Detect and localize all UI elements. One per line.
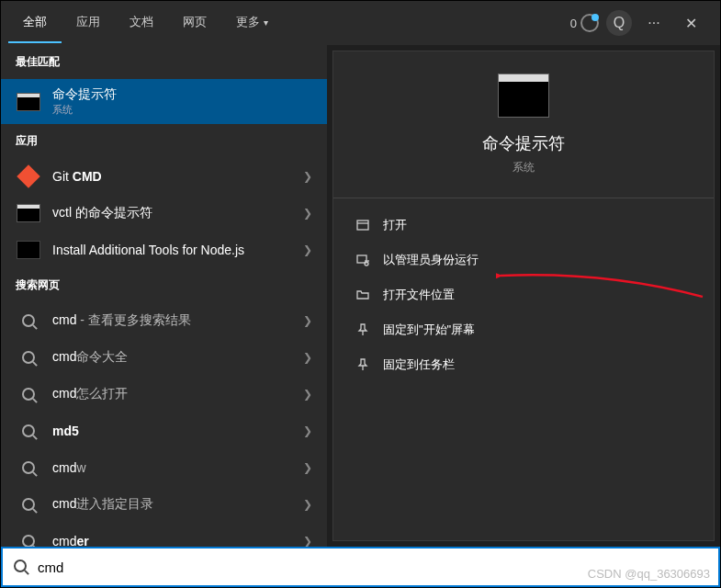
open-icon: [355, 218, 370, 232]
chevron-right-icon: ❯: [303, 314, 312, 327]
tab-web[interactable]: 网页: [168, 3, 221, 43]
tab-apps[interactable]: 应用: [62, 3, 115, 43]
preview-app-icon: [498, 74, 549, 118]
cmd-icon: [16, 91, 41, 113]
result-web[interactable]: cmd进入指定目录 ❯: [1, 486, 327, 523]
preview-actions: 打开 以管理员身份运行 打开文件位置 固定到"开始"屏幕 固定到任务栏: [333, 198, 714, 391]
search-icon: [16, 457, 41, 479]
result-web[interactable]: cmdw ❯: [1, 449, 327, 486]
search-icon: [16, 310, 41, 332]
nodejs-icon: [16, 239, 41, 261]
search-icon: [16, 493, 41, 515]
chevron-right-icon: ❯: [303, 388, 312, 401]
result-title: 命令提示符: [52, 86, 312, 103]
result-title: md5: [52, 424, 292, 438]
result-web[interactable]: cmd - 查看更多搜索结果 ❯: [1, 302, 327, 339]
result-best-match[interactable]: 命令提示符 系统: [1, 79, 327, 124]
action-open-location[interactable]: 打开文件位置: [333, 277, 714, 312]
result-app[interactable]: Git CMD ❯: [1, 158, 327, 195]
section-best-match: 最佳匹配: [1, 45, 327, 79]
action-open[interactable]: 打开: [333, 208, 714, 243]
preview-title: 命令提示符: [482, 132, 565, 154]
options-button[interactable]: ···: [639, 8, 669, 38]
chevron-right-icon: ❯: [303, 207, 312, 220]
section-web: 搜索网页: [1, 268, 327, 302]
pin-icon: [355, 357, 370, 372]
close-button[interactable]: ✕: [676, 8, 705, 38]
search-icon: [16, 383, 41, 405]
action-label: 以管理员身份运行: [383, 252, 479, 268]
results-panel: 最佳匹配 命令提示符 系统 应用 Git CMD ❯ vctl 的命令提示符 ❯: [1, 45, 327, 547]
top-bar: 全部 应用 文档 网页 更多 ▾ 0 Q ··· ✕: [1, 1, 720, 45]
result-title: cmd进入指定目录: [52, 496, 292, 513]
result-title: cmder: [52, 534, 292, 547]
action-run-as-admin[interactable]: 以管理员身份运行: [333, 243, 714, 277]
action-pin-start[interactable]: 固定到"开始"屏幕: [333, 312, 714, 347]
result-web[interactable]: cmder ❯: [1, 523, 327, 547]
result-title: Git CMD: [52, 169, 292, 184]
filter-tabs: 全部 应用 文档 网页 更多 ▾: [8, 3, 570, 43]
result-web[interactable]: md5 ❯: [1, 413, 327, 449]
folder-icon: [355, 288, 370, 302]
result-web[interactable]: cmd命令大全 ❯: [1, 339, 327, 376]
rewards-icon: [580, 14, 599, 32]
result-app[interactable]: Install Additional Tools for Node.js ❯: [1, 232, 327, 268]
result-title: cmdw: [52, 460, 292, 475]
tab-more[interactable]: 更多 ▾: [221, 3, 283, 43]
tab-docs[interactable]: 文档: [115, 3, 168, 43]
search-icon: [16, 346, 41, 368]
result-title: cmd - 查看更多搜索结果: [52, 312, 292, 329]
result-subtitle: 系统: [52, 103, 312, 117]
pin-icon: [355, 322, 370, 337]
chevron-right-icon: ❯: [303, 461, 312, 474]
rewards-badge[interactable]: 0: [570, 14, 599, 32]
chevron-right-icon: ❯: [303, 170, 312, 183]
tab-all[interactable]: 全部: [8, 3, 62, 43]
svg-rect-1: [357, 255, 366, 263]
result-app[interactable]: vctl 的命令提示符 ❯: [1, 195, 327, 232]
action-pin-taskbar[interactable]: 固定到任务栏: [333, 347, 714, 382]
chevron-right-icon: ❯: [303, 351, 312, 364]
action-label: 打开文件位置: [383, 287, 455, 303]
action-label: 打开: [383, 217, 407, 233]
search-icon: [14, 560, 28, 574]
section-apps: 应用: [1, 124, 327, 158]
watermark: CSDN @qq_36306693: [588, 567, 710, 581]
chevron-right-icon: ❯: [303, 243, 312, 256]
result-title: cmd命令大全: [52, 349, 292, 366]
git-icon: [16, 165, 41, 187]
admin-icon: [355, 253, 370, 267]
result-title: cmd怎么打开: [52, 386, 292, 402]
result-title: vctl 的命令提示符: [52, 205, 292, 221]
chevron-right-icon: ❯: [303, 535, 312, 547]
svg-point-2: [365, 262, 368, 266]
feedback-button[interactable]: Q: [606, 10, 632, 36]
search-icon: [16, 530, 41, 547]
chevron-right-icon: ❯: [303, 498, 312, 511]
preview-subtitle: 系统: [513, 160, 535, 175]
preview-panel: 命令提示符 系统 打开 以管理员身份运行 打开文件位置 固定到: [332, 51, 715, 541]
cmd-icon: [16, 202, 41, 224]
result-web[interactable]: cmd怎么打开 ❯: [1, 376, 327, 413]
action-label: 固定到任务栏: [383, 356, 455, 373]
action-label: 固定到"开始"屏幕: [383, 322, 475, 338]
chevron-right-icon: ❯: [303, 424, 312, 437]
result-title: Install Additional Tools for Node.js: [52, 243, 292, 257]
search-icon: [16, 420, 41, 442]
svg-rect-0: [357, 220, 368, 230]
